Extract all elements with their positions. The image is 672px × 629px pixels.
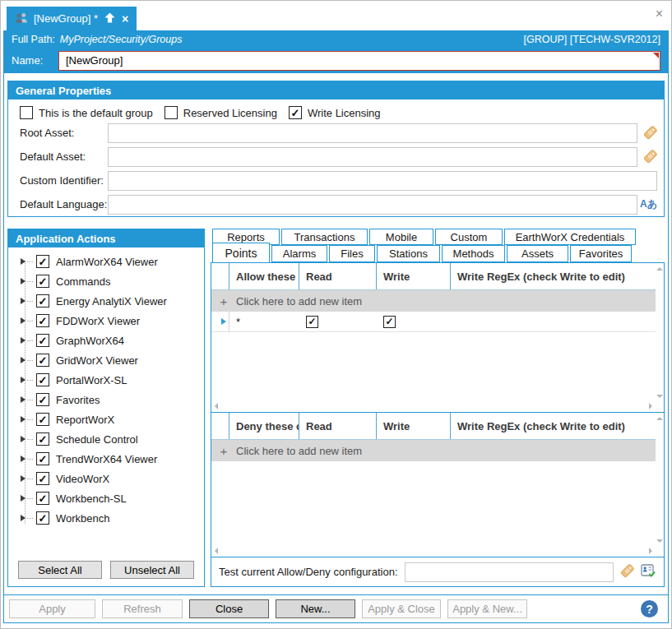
- checkbox-box[interactable]: [165, 106, 178, 119]
- checkbox-reserved-licensing[interactable]: Reserved Licensing: [165, 106, 277, 119]
- tree-checkbox[interactable]: ✓: [36, 373, 49, 386]
- tree-item-energy-analytix-viewer[interactable]: ✓ Energy AnalytiX Viewer: [8, 291, 204, 311]
- column-header-read[interactable]: Read: [299, 413, 377, 439]
- tag-icon[interactable]: [637, 150, 657, 164]
- deny-add-new-item-row[interactable]: + Click here to add new item: [211, 440, 656, 461]
- expand-icon[interactable]: [21, 495, 25, 502]
- tree-item-trendworx64-viewer[interactable]: ✓ TrendWorX64 Viewer: [8, 449, 204, 469]
- tree-checkbox[interactable]: ✓: [36, 334, 49, 347]
- write-checkbox[interactable]: ✓: [383, 316, 396, 328]
- expand-icon[interactable]: [21, 258, 25, 265]
- column-header-write[interactable]: Write: [377, 263, 451, 289]
- tab-transactions[interactable]: Transactions: [281, 229, 368, 245]
- tab-close-icon[interactable]: ×: [122, 13, 128, 25]
- tree-checkbox[interactable]: ✓: [36, 294, 49, 308]
- checkbox-this-is-the-default-group[interactable]: This is the default group: [20, 106, 153, 119]
- expand-icon[interactable]: [21, 515, 25, 521]
- new-button[interactable]: New...: [276, 599, 355, 618]
- expand-icon[interactable]: [21, 337, 25, 344]
- checkbox-write-licensing[interactable]: ✓ Write Licensing: [289, 106, 381, 119]
- tree-item-workbench-sl[interactable]: ✓ Workbench-SL: [8, 488, 204, 508]
- tree-checkbox[interactable]: ✓: [36, 314, 49, 327]
- tree-checkbox[interactable]: ✓: [36, 492, 49, 505]
- help-icon[interactable]: ?: [641, 600, 658, 617]
- apply-new-button[interactable]: Apply & New...: [447, 599, 527, 618]
- tree-item-favorites[interactable]: ✓ Favorites: [8, 390, 204, 409]
- scroll-up-icon[interactable]: [656, 267, 663, 271]
- scroll-down-icon[interactable]: [656, 395, 663, 398]
- test-user-badge-icon[interactable]: [641, 564, 656, 580]
- close-button[interactable]: Close: [189, 599, 269, 618]
- tab-custom[interactable]: Custom: [435, 229, 503, 245]
- column-header-write[interactable]: Write: [377, 413, 451, 439]
- expand-icon[interactable]: [21, 436, 25, 442]
- expand-icon[interactable]: [21, 475, 25, 482]
- scroll-left-icon[interactable]: [215, 403, 218, 409]
- apply-button[interactable]: Apply: [9, 599, 95, 618]
- tab-methods[interactable]: Methods: [442, 245, 505, 262]
- tree-item-reportworx[interactable]: ✓ ReportWorX: [8, 409, 204, 429]
- tree-item-workbench[interactable]: ✓ Workbench: [8, 508, 204, 528]
- tree-checkbox[interactable]: ✓: [36, 432, 49, 446]
- tree-item-schedule-control[interactable]: ✓ Schedule Control: [8, 429, 204, 449]
- allow-grid-row[interactable]: * ✓ ✓: [211, 312, 656, 332]
- write-cell[interactable]: ✓: [377, 312, 451, 331]
- checkbox-box[interactable]: [20, 106, 33, 119]
- expand-icon[interactable]: [21, 377, 25, 383]
- row-selector[interactable]: [211, 312, 229, 331]
- scroll-left-icon[interactable]: [215, 548, 218, 554]
- allow-add-new-item-row[interactable]: + Click here to add new item: [211, 290, 656, 312]
- expand-icon[interactable]: [21, 396, 25, 403]
- tag-icon[interactable]: [620, 564, 634, 580]
- promote-icon[interactable]: [104, 12, 116, 26]
- column-header-write-regex-check-write-to-edit[interactable]: Write RegEx (check Write to edit): [451, 413, 656, 439]
- default-language-input[interactable]: [108, 195, 637, 215]
- expand-icon[interactable]: [21, 278, 25, 284]
- tree-item-portalworx-sl[interactable]: ✓ PortalWorX-SL: [8, 370, 204, 390]
- unselect-all-button[interactable]: Unselect All: [110, 561, 194, 579]
- tree-item-alarmworx64-viewer[interactable]: ✓ AlarmWorX64 Viewer: [8, 252, 204, 271]
- tree-item-gridworx-viewer[interactable]: ✓ GridWorX Viewer: [8, 350, 204, 370]
- tree-checkbox[interactable]: ✓: [36, 275, 49, 288]
- root-asset-input[interactable]: [108, 123, 637, 143]
- test-configuration-input[interactable]: [405, 562, 614, 582]
- expand-icon[interactable]: [21, 456, 25, 462]
- tree-item-commands[interactable]: ✓ Commands: [8, 271, 204, 291]
- tab-assets[interactable]: Assets: [507, 245, 568, 262]
- expand-icon[interactable]: [21, 416, 25, 423]
- scroll-right-icon[interactable]: [649, 403, 652, 409]
- scroll-down-icon[interactable]: [656, 539, 663, 543]
- tab-alarms[interactable]: Alarms: [271, 245, 327, 262]
- default-asset-input[interactable]: [108, 147, 637, 167]
- column-header-deny-these-op[interactable]: Deny these op: [229, 413, 299, 439]
- column-header-read[interactable]: Read: [299, 263, 377, 289]
- read-cell[interactable]: ✓: [299, 312, 377, 331]
- expand-icon[interactable]: [21, 317, 25, 324]
- tree-item-fddworx-viewer[interactable]: ✓ FDDWorX Viewer: [8, 311, 204, 331]
- allow-horizontal-scrollbar[interactable]: [211, 400, 656, 412]
- deny-horizontal-scrollbar[interactable]: [211, 545, 656, 557]
- tree-checkbox[interactable]: ✓: [36, 452, 49, 465]
- tree-item-graphworx64[interactable]: ✓ GraphWorX64: [8, 331, 204, 350]
- tab-earthworx-credentials[interactable]: EarthWorX Credentials: [504, 229, 636, 245]
- tag-icon[interactable]: [637, 126, 657, 140]
- tree-checkbox[interactable]: ✓: [36, 354, 49, 367]
- expand-icon[interactable]: [21, 298, 25, 304]
- tree-checkbox[interactable]: ✓: [36, 472, 49, 485]
- deny-vertical-scrollbar[interactable]: [656, 414, 664, 545]
- column-header-write-regex-check-write-to-edit[interactable]: Write RegEx (check Write to edit): [451, 263, 656, 289]
- language-icon[interactable]: Aあ: [640, 197, 657, 211]
- tree-checkbox[interactable]: ✓: [36, 511, 49, 525]
- select-all-button[interactable]: Select All: [18, 561, 102, 579]
- tab-stations[interactable]: Stations: [377, 245, 440, 262]
- operation-cell[interactable]: *: [229, 312, 299, 331]
- name-input[interactable]: [58, 51, 660, 71]
- checkbox-box[interactable]: ✓: [289, 106, 302, 119]
- scroll-up-icon[interactable]: [656, 417, 663, 420]
- regex-cell[interactable]: [451, 312, 656, 331]
- tab-files[interactable]: Files: [329, 245, 375, 262]
- tab-newgroup[interactable]: [NewGroup] * ×: [7, 7, 137, 30]
- read-checkbox[interactable]: ✓: [306, 316, 318, 328]
- tab-favorites[interactable]: Favorites: [570, 245, 632, 262]
- window-close-icon[interactable]: ×: [656, 7, 663, 21]
